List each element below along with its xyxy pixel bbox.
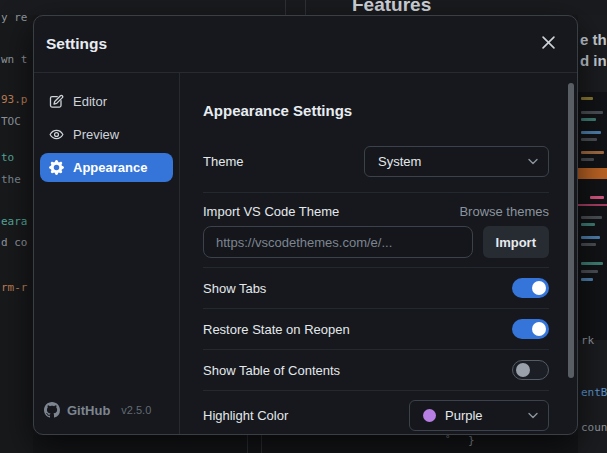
show-tabs-row: Show Tabs [203,268,549,309]
sidebar-item-editor[interactable]: Editor [40,87,173,116]
code-highlight-bar [578,168,607,179]
background-code-block [578,92,607,340]
modal-scrollbar[interactable] [568,83,574,378]
code-fragment: } [468,434,475,447]
code-smudge [581,111,603,114]
code-smudge [581,223,595,226]
code-fragment: rk [581,334,594,347]
code-smudge [581,270,598,273]
code-smudge [590,196,604,199]
restore-state-label: Restore State on Reopen [203,322,350,337]
sidebar-item-label: Appearance [73,160,147,175]
dialog-title: Settings [46,35,107,53]
pane-divider [247,435,248,453]
pencil-icon [49,94,64,109]
code-smudge [581,151,604,154]
restore-state-row: Restore State on Reopen [203,309,549,350]
background-editor-pane [0,15,33,453]
code-fragment: the [1,173,21,186]
brand-label: GitHub [67,403,110,418]
preview-text-fragment: d in [580,52,607,69]
code-fragment: y re [1,11,28,24]
toggle-knob [532,281,546,295]
code-smudge [581,236,600,239]
code-pink-rule [578,204,607,206]
github-logo-icon [44,402,60,418]
theme-select-value: System [378,154,421,169]
background-features-heading: Features [352,0,431,16]
code-fragment: rm-r [1,281,28,294]
code-fragment: count] [581,421,607,434]
highlight-color-select[interactable]: Purple [409,400,549,431]
code-fragment: wn t [1,53,28,66]
code-fragment: 93.p [1,93,28,106]
close-icon [542,36,555,52]
pane-divider [261,435,262,453]
code-fragment: d co [1,236,28,249]
toggle-knob [532,322,546,336]
highlight-color-label: Highlight Color [203,408,288,423]
browse-themes-link[interactable]: Browse themes [459,204,549,219]
pane-divider [285,0,286,15]
restore-state-toggle[interactable] [512,319,549,339]
import-theme-label: Import VS Code Theme [203,204,339,219]
code-smudge [581,97,593,100]
pane-divider [305,0,306,15]
chevron-down-icon [528,158,538,165]
preview-text-fragment: e th [580,31,607,48]
table-of-contents-toggle[interactable] [512,360,549,380]
code-fragment: to [1,151,14,164]
table-of-contents-row: Show Table of Contents [203,350,549,391]
sidebar-item-label: Editor [73,94,107,109]
show-tabs-toggle[interactable] [512,278,549,298]
settings-sidebar: Editor Preview Appearance [34,73,180,434]
highlight-color-row: Highlight Color Purple [203,391,549,431]
background-bottom-strip [33,435,578,453]
theme-url-input[interactable] [203,226,473,258]
settings-dialog: Settings Editor [33,15,578,435]
code-smudge [581,262,603,265]
code-smudge [581,131,601,134]
code-fragment: entBy. [581,386,607,399]
sidebar-item-appearance[interactable]: Appearance [40,153,173,182]
chevron-down-icon [528,412,538,419]
sidebar-item-preview[interactable]: Preview [40,120,173,149]
code-fragment: TOC [1,115,21,128]
code-smudge [581,138,597,141]
sidebar-item-label: Preview [73,127,119,142]
eye-icon [49,127,64,142]
gear-icon [49,160,64,175]
code-fragment: ° [445,434,450,444]
theme-select[interactable]: System [364,146,549,177]
toggle-knob [516,363,530,377]
code-smudge [581,158,594,161]
code-smudge [581,118,596,121]
dialog-header: Settings [34,16,577,73]
theme-label: Theme [203,154,243,169]
theme-row: Theme System [203,132,549,193]
import-theme-section: Import VS Code Theme Browse themes Impor… [203,193,549,268]
code-smudge [581,278,593,281]
version-label: v2.5.0 [121,404,151,416]
dialog-body: Editor Preview Appearance [34,73,577,434]
settings-content: Appearance Settings Theme System Import … [180,73,577,434]
table-of-contents-label: Show Table of Contents [203,363,340,378]
highlight-color-value: Purple [445,408,483,423]
purple-swatch-icon [423,409,436,422]
sidebar-footer: GitHub v2.5.0 [40,402,173,418]
page-title: Appearance Settings [203,101,549,120]
close-button[interactable] [536,32,560,56]
code-smudge [581,243,596,246]
code-smudge [581,216,602,219]
import-button[interactable]: Import [483,226,549,258]
code-fragment: eara [1,215,28,228]
background-top-strip [0,0,607,15]
show-tabs-label: Show Tabs [203,281,266,296]
